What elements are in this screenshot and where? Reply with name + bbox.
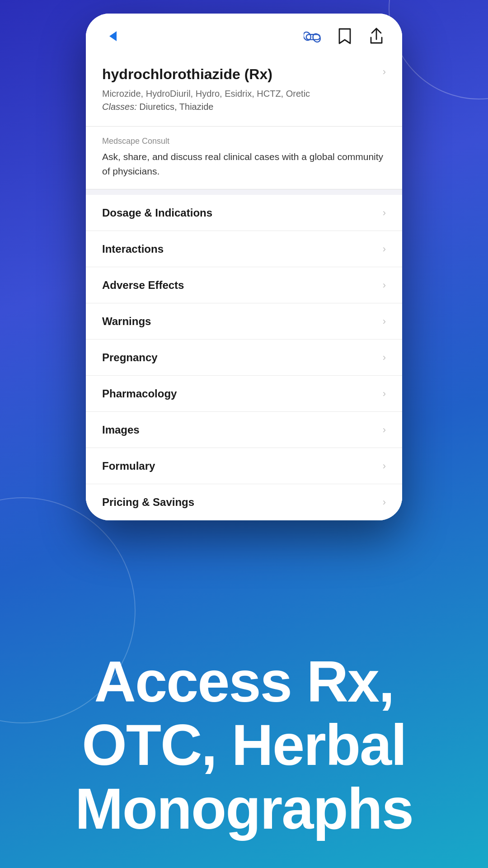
drug-title: hydrochlorothiazide (Rx) — [102, 66, 383, 83]
pharmacology-chevron-icon: › — [383, 388, 386, 400]
interactions-chevron-icon: › — [383, 243, 386, 255]
menu-item-adverse-label: Adverse Effects — [102, 279, 184, 292]
menu-item-images[interactable]: Images › — [86, 412, 402, 448]
pill-icon[interactable] — [304, 27, 323, 46]
bookmark-button[interactable] — [335, 27, 354, 46]
consult-section: Medscape Consult Ask, share, and discuss… — [86, 127, 402, 189]
menu-item-formulary[interactable]: Formulary › — [86, 448, 402, 484]
back-button[interactable] — [102, 26, 122, 46]
consult-text: Ask, share, and discuss real clinical ca… — [102, 150, 386, 178]
menu-item-pricing-label: Pricing & Savings — [102, 496, 194, 509]
consult-title: Medscape Consult — [102, 137, 386, 146]
pregnancy-chevron-icon: › — [383, 352, 386, 363]
pricing-chevron-icon: › — [383, 496, 386, 508]
nav-right — [304, 27, 386, 46]
menu-item-warnings[interactable]: Warnings › — [86, 303, 402, 340]
formulary-chevron-icon: › — [383, 460, 386, 472]
phone-wrapper: hydrochlorothiazide (Rx) Microzide, Hydr… — [86, 14, 402, 520]
menu-list: Dosage & Indications › Interactions › Ad… — [86, 195, 402, 520]
share-button[interactable] — [367, 27, 386, 46]
phone-screen: hydrochlorothiazide (Rx) Microzide, Hydr… — [86, 14, 402, 520]
bottom-text-section: Access Rx, OTC, Herbal Monographs — [0, 650, 488, 841]
menu-item-warnings-label: Warnings — [102, 315, 151, 328]
menu-item-dosage[interactable]: Dosage & Indications › — [86, 195, 402, 231]
nav-bar — [86, 14, 402, 55]
menu-item-pricing[interactable]: Pricing & Savings › — [86, 484, 402, 520]
menu-item-formulary-label: Formulary — [102, 460, 155, 472]
nav-left — [102, 26, 122, 46]
phone-frame: hydrochlorothiazide (Rx) Microzide, Hydr… — [86, 14, 402, 520]
bottom-line1: Access Rx, — [94, 649, 394, 714]
menu-item-images-label: Images — [102, 424, 140, 436]
warnings-chevron-icon: › — [383, 316, 386, 327]
images-chevron-icon: › — [383, 424, 386, 436]
menu-item-interactions[interactable]: Interactions › — [86, 231, 402, 267]
drug-header-chevron-icon: › — [383, 66, 386, 78]
decorative-curve-top — [389, 0, 488, 99]
bottom-line2: OTC, Herbal — [82, 712, 406, 777]
menu-item-interactions-label: Interactions — [102, 243, 164, 255]
menu-item-pregnancy[interactable]: Pregnancy › — [86, 340, 402, 376]
back-chevron-icon — [109, 31, 117, 41]
drug-classes-label: Classes: — [102, 102, 137, 112]
bottom-line3: Monographs — [75, 776, 413, 841]
drug-header: hydrochlorothiazide (Rx) Microzide, Hydr… — [86, 55, 402, 127]
menu-item-dosage-label: Dosage & Indications — [102, 207, 212, 219]
menu-item-adverse[interactable]: Adverse Effects › — [86, 267, 402, 303]
adverse-chevron-icon: › — [383, 279, 386, 291]
menu-item-pharmacology[interactable]: Pharmacology › — [86, 376, 402, 412]
dosage-chevron-icon: › — [383, 207, 386, 219]
menu-item-pharmacology-label: Pharmacology — [102, 387, 177, 400]
drug-classes-value: Diuretics, Thiazide — [139, 102, 213, 112]
menu-item-pregnancy-label: Pregnancy — [102, 351, 158, 364]
drug-aliases: Microzide, HydroDiuril, Hydro, Esidrix, … — [102, 87, 383, 113]
bottom-headline: Access Rx, OTC, Herbal Monographs — [27, 650, 461, 841]
